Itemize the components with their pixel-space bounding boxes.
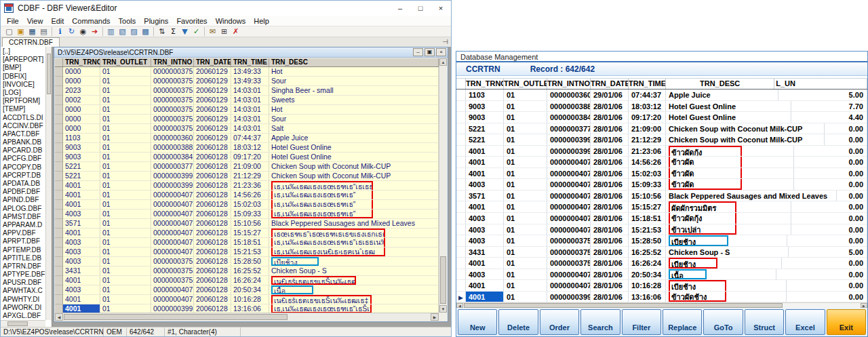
cell-value[interactable]: 0.00 bbox=[791, 224, 867, 236]
cell[interactable]: 4003 bbox=[466, 269, 504, 281]
tree-vertical-scrollbar[interactable] bbox=[45, 47, 52, 320]
scroll-left-icon[interactable]: ◀ bbox=[55, 313, 63, 321]
cell[interactable]: 0000000407 bbox=[547, 280, 591, 292]
cell[interactable]: 9003 bbox=[466, 101, 504, 113]
tree-item[interactable]: [RPTFORM] bbox=[1, 97, 45, 105]
cell-value[interactable]: 7.70 bbox=[791, 101, 867, 113]
cell-desc[interactable]: เบียช้าง bbox=[666, 258, 782, 269]
cell[interactable]: 20060128 bbox=[194, 210, 231, 219]
cell[interactable]: 0000000399 bbox=[547, 292, 591, 302]
cell[interactable]: 01 bbox=[504, 168, 547, 180]
mail-icon[interactable]: ✉ bbox=[207, 26, 218, 37]
cell-value[interactable]: 5.00 bbox=[778, 90, 867, 101]
cell[interactable]: 20060128 bbox=[194, 257, 231, 266]
cell[interactable]: 15:02:03 bbox=[231, 200, 269, 210]
cell[interactable]: 0000000375 bbox=[151, 276, 194, 285]
cell[interactable]: 28/01/06 bbox=[591, 235, 629, 247]
table-row[interactable]: 400101000000040728/01/0615:02:03ข้าวผัด0… bbox=[456, 168, 867, 180]
open-file-icon[interactable]: ▣ bbox=[15, 26, 26, 37]
cell-desc[interactable]: Hot bbox=[269, 67, 439, 77]
cell[interactable]: 4001 bbox=[466, 280, 504, 292]
cell[interactable]: 0000000375 bbox=[151, 115, 194, 124]
cell[interactable]: 0000000375 bbox=[151, 105, 194, 115]
tree-item[interactable]: APXGL.DBF bbox=[1, 312, 45, 320]
cell[interactable]: 01 bbox=[100, 266, 151, 276]
cell-desc[interactable]: Hot bbox=[269, 105, 439, 115]
scroll-down-icon[interactable]: ▼ bbox=[439, 305, 447, 313]
table-row[interactable]: 400301000000040728/01/0615:18:51ข้าวผัดก… bbox=[456, 213, 867, 224]
cell[interactable]: 14:03:01 bbox=[231, 124, 269, 134]
cell-desc[interactable]: เบียช้าง bbox=[269, 257, 439, 266]
cell[interactable]: 15:28:50 bbox=[231, 257, 269, 266]
cell[interactable]: 01 bbox=[504, 258, 547, 269]
scroll-right-icon[interactable]: ▶ bbox=[861, 303, 867, 308]
tree-item[interactable]: [DBFIX] bbox=[1, 73, 45, 81]
cell[interactable]: 20060129 bbox=[194, 86, 231, 96]
check-icon[interactable]: ✓ bbox=[191, 26, 202, 37]
row-selector[interactable] bbox=[55, 257, 63, 266]
cell[interactable]: 15:18:51 bbox=[629, 213, 666, 224]
table-row[interactable]: 34310100000003752006012816:25:52Chicken … bbox=[55, 266, 439, 276]
cell[interactable]: 9003 bbox=[466, 112, 504, 123]
cell[interactable]: 09:17:20 bbox=[231, 153, 269, 162]
maximize-button[interactable]: □ bbox=[410, 1, 431, 16]
cell[interactable]: 0000000407 bbox=[151, 191, 194, 200]
cell[interactable]: 20060128 bbox=[194, 238, 231, 247]
cell-desc[interactable]: ข้าวผัด bbox=[666, 168, 794, 180]
cell-desc[interactable]: เธ‚เน‰เธฒเธงเธœเธฑเธ” bbox=[269, 210, 439, 219]
cell[interactable]: 28/01/06 bbox=[591, 134, 629, 146]
cell[interactable]: 20060129 bbox=[194, 67, 231, 77]
cell[interactable]: 15:09:33 bbox=[629, 179, 666, 191]
column-header-trn_date[interactable]: TRN_DATE bbox=[194, 58, 231, 66]
cell-desc[interactable]: ข้าวผัดกุ้ง bbox=[666, 146, 794, 157]
cell[interactable]: 9003 bbox=[63, 153, 100, 162]
scroll-thumb[interactable] bbox=[64, 314, 288, 320]
cell[interactable]: 13:16:06 bbox=[231, 304, 269, 313]
tree-item[interactable]: APCFG.DBF bbox=[1, 155, 45, 163]
tree-item[interactable]: APTITLE.DB bbox=[1, 254, 45, 262]
cell[interactable]: 13:49:33 bbox=[231, 67, 269, 77]
cell-desc[interactable]: เบียช้าง bbox=[666, 280, 787, 292]
cell[interactable]: 4001 bbox=[466, 157, 504, 168]
cell[interactable]: 0000000388 bbox=[547, 101, 591, 113]
tree-item[interactable]: APBANK.DB bbox=[1, 138, 45, 146]
cell-desc[interactable]: Sour bbox=[269, 77, 439, 86]
cell[interactable]: 01 bbox=[100, 172, 151, 181]
doc-minimize-button[interactable]: – bbox=[413, 48, 423, 56]
delete-row-icon[interactable]: ▩ bbox=[140, 26, 151, 37]
cell[interactable]: 0000000407 bbox=[547, 157, 591, 168]
table-row[interactable]: 400301000000040728/01/0620:50:34เนื้อ0.0… bbox=[456, 269, 867, 281]
cell[interactable]: 0000000399 bbox=[151, 181, 194, 191]
table-row[interactable]: 400101000000040728/01/0610:16:28เบียช้าง… bbox=[456, 280, 867, 292]
cell-value[interactable]: 0.00 bbox=[791, 201, 867, 213]
cell-desc[interactable]: Hotel Guest Online bbox=[269, 143, 439, 153]
dbm-horizontal-scrollbar[interactable]: ◀ ▶ bbox=[456, 302, 867, 308]
button-order[interactable]: Order bbox=[540, 309, 579, 335]
cell[interactable]: 21:12:29 bbox=[231, 172, 269, 181]
cell[interactable]: 0000000375 bbox=[151, 86, 194, 96]
row-selector[interactable] bbox=[55, 181, 63, 191]
cell[interactable]: 4001 bbox=[63, 191, 100, 200]
cell[interactable]: 01 bbox=[504, 191, 547, 202]
table-row[interactable]: 900301000000038428/01/0609:17:20Hotel Gu… bbox=[456, 112, 867, 123]
menu-view[interactable]: View bbox=[23, 17, 47, 25]
cell[interactable]: 0000000407 bbox=[547, 269, 591, 281]
row-selector[interactable] bbox=[55, 229, 63, 238]
save-icon[interactable]: ▦ bbox=[26, 26, 38, 37]
button-filter[interactable]: Filter bbox=[622, 309, 661, 335]
cell-desc[interactable]: เธ‚เน‰เธฒเธงเธœเธฑเธ”เธŠเน‰เธฒเธ‡ bbox=[269, 304, 439, 313]
cell[interactable]: 0000000377 bbox=[151, 162, 194, 172]
table-row[interactable]: 400101000000040728/01/0614:56:26ข้าวผัด0… bbox=[456, 157, 867, 168]
cell[interactable]: 0000000375 bbox=[151, 96, 194, 105]
cell[interactable]: 01 bbox=[100, 124, 151, 134]
cell[interactable]: 5221 bbox=[466, 123, 504, 135]
cell[interactable]: 01 bbox=[504, 112, 547, 123]
cell-desc[interactable]: เธœเธฑเธ”เธœเธฑเธเธฃเธงเธกเธกเธดเธ•เธฃ bbox=[269, 229, 439, 238]
cell[interactable]: 18:03:12 bbox=[231, 143, 269, 153]
row-selector[interactable] bbox=[55, 96, 63, 105]
insert-row-icon[interactable]: ▧ bbox=[117, 26, 128, 37]
cell[interactable]: 0000000375 bbox=[151, 77, 194, 86]
cell[interactable]: 0000000399 bbox=[547, 134, 591, 146]
cell[interactable]: 07:44:37 bbox=[231, 134, 269, 143]
goto-arrow-icon[interactable]: ➔ bbox=[89, 26, 100, 37]
